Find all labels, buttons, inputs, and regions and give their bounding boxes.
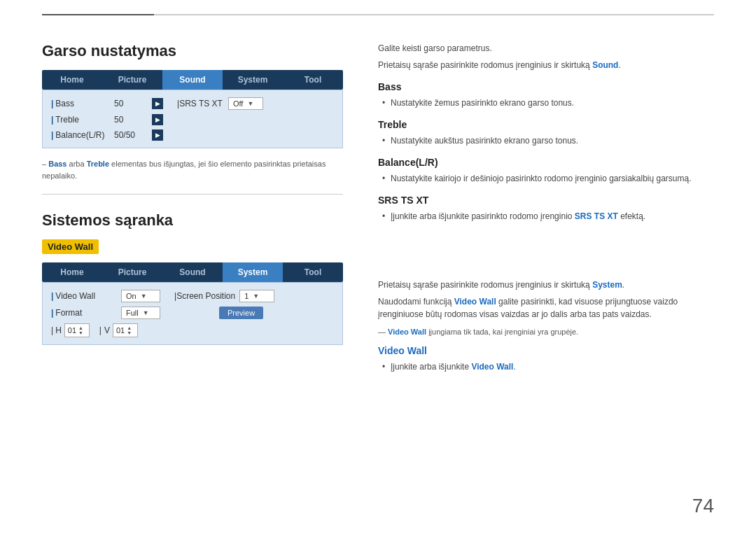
treble-heading: Treble: [378, 119, 714, 130]
menu-tool-1[interactable]: Tool: [283, 70, 343, 90]
videowall-heading: Video Wall: [378, 345, 714, 356]
srs-dropdown-arrow: ▼: [247, 100, 253, 107]
videowall-dropdown-arrow: ▼: [141, 293, 147, 300]
videowall-bullet: Įjunkite arba išjunkite Video Wall.: [378, 360, 714, 373]
preview-button[interactable]: Preview: [219, 307, 263, 319]
right-column: Galite keisti garso parametrus. Prietais…: [371, 42, 714, 376]
format-select[interactable]: Full ▼: [121, 307, 160, 319]
settings-panel-1: |Bass 50 ▶ |SRS TS XT Off ▼: [42, 90, 343, 148]
menu-sound-2[interactable]: Sound: [162, 262, 223, 282]
h-spinner[interactable]: 01 ▲ ▼: [64, 323, 90, 337]
balance-row: |Balance(L/R) 50/50 ▶: [51, 129, 334, 141]
srs-bullet: Įjunkite arba išjunkite pasirinkto rodom…: [378, 210, 714, 223]
format-row: |Format Full ▼ Preview: [51, 307, 334, 319]
videowall-row: |Video Wall On ▼ | Screen Position 1 ▼: [51, 290, 334, 302]
section2-note: ― Video Wall įjungiama tik tada, kai įre…: [378, 326, 714, 338]
video-wall-badge: Video Wall: [42, 239, 99, 254]
balance-arrow[interactable]: ▶: [152, 129, 163, 141]
section1-note: – Bass arba Treble elementas bus išjungt…: [42, 158, 343, 181]
screenpos-select[interactable]: 1 ▼: [239, 290, 274, 302]
menu-home-2[interactable]: Home: [42, 262, 102, 282]
section1: Garso nustatymas Home Picture Sound Syst…: [42, 42, 343, 181]
menu-home-1[interactable]: Home: [42, 70, 102, 90]
bass-row: |Bass 50 ▶ |SRS TS XT Off ▼: [51, 97, 334, 110]
treble-arrow[interactable]: ▶: [152, 114, 163, 125]
section2: Sistemos sąranka Video Wall Home Picture…: [42, 211, 343, 345]
srs-heading: SRS TS XT: [378, 195, 714, 206]
treble-row: |Treble 50 ▶: [51, 114, 334, 125]
balance-bullet: Nustatykite kairiojo ir dešiniojo pasiri…: [378, 172, 714, 185]
menu-sound-1[interactable]: Sound: [162, 70, 223, 90]
treble-bullet: Nustatykite aukštus pasirinkto ekrano ga…: [378, 134, 714, 147]
menu-bar-1: Home Picture Sound System Tool: [42, 70, 343, 90]
section2-title: Sistemos sąranka: [42, 211, 343, 230]
menu-system-2[interactable]: System: [223, 262, 283, 282]
intro-text-2: Prietaisų sąraše pasirinkite rodomus įre…: [378, 59, 714, 71]
balance-heading: Balance(L/R): [378, 157, 714, 168]
section2-intro1: Prietaisų sąraše pasirinkite rodomus įre…: [378, 279, 714, 291]
menu-bar-2: Home Picture Sound System Tool: [42, 262, 343, 282]
spinners-row: | H 01 ▲ ▼ | V 01: [51, 323, 334, 337]
section2-right: Prietaisų sąraše pasirinkite rodomus įre…: [378, 279, 714, 373]
left-column: Garso nustatymas Home Picture Sound Syst…: [42, 42, 343, 376]
screenpos-dropdown-arrow: ▼: [253, 293, 259, 300]
menu-tool-2[interactable]: Tool: [283, 262, 343, 282]
page-number: 74: [692, 495, 714, 517]
bass-heading: Bass: [378, 81, 714, 92]
menu-picture-2[interactable]: Picture: [102, 262, 162, 282]
bass-bullet: Nustatykite žemus pasirinkto ekrano gars…: [378, 97, 714, 109]
section-divider: [42, 194, 343, 195]
section1-title: Garso nustatymas: [42, 42, 343, 60]
intro-text-1: Galite keisti garso parametrus.: [378, 42, 714, 55]
format-dropdown-arrow: ▼: [143, 309, 149, 316]
section1-right: Galite keisti garso parametrus. Prietais…: [378, 42, 714, 223]
section2-intro2: Naudodami funkciją Video Wall galite pas…: [378, 295, 714, 321]
settings-panel-2: |Video Wall On ▼ | Screen Position 1 ▼: [42, 282, 343, 345]
v-spinner[interactable]: 01 ▲ ▼: [113, 323, 138, 337]
menu-system-1[interactable]: System: [223, 70, 283, 90]
menu-picture-1[interactable]: Picture: [102, 70, 162, 90]
srs-select[interactable]: Off ▼: [228, 97, 263, 110]
bass-arrow[interactable]: ▶: [152, 98, 163, 109]
videowall-select[interactable]: On ▼: [121, 290, 160, 302]
